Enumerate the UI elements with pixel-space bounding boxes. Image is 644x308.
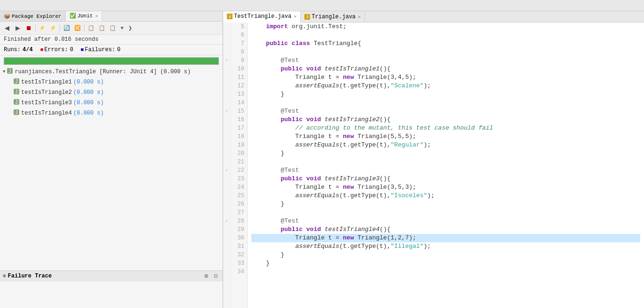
- tab-pe-label: Package Explorer: [12, 14, 62, 19]
- g8: [223, 48, 230, 56]
- g12: [223, 82, 230, 90]
- g13: [223, 90, 230, 99]
- code-line-6: [251, 31, 640, 39]
- copy-button1[interactable]: 📋: [86, 23, 96, 33]
- ft-button1[interactable]: ⊞: [202, 272, 210, 280]
- failures-value: 0: [117, 46, 120, 53]
- junit-icon: ✅: [70, 13, 76, 19]
- code-line-34: [251, 268, 640, 276]
- code-line-11: Triangle t = new Triangle(3,4,5);: [251, 73, 640, 82]
- history-button1[interactable]: ⚡: [37, 23, 47, 33]
- code-line-13: }: [251, 90, 640, 99]
- g34: [223, 268, 230, 276]
- tt-file-icon: J: [227, 14, 233, 19]
- runs-label: Runs:: [4, 46, 21, 53]
- g29: [223, 225, 230, 234]
- g5: [223, 23, 230, 31]
- left-panel: 📦 Package Explorer ✅ JUnit ✕ ◀ ▶ ⏹ ⚡ ⚡ 🔄: [0, 11, 223, 308]
- code-line-23: public void testIsTriangle3(){: [251, 175, 640, 183]
- code-line-33: }: [251, 259, 640, 268]
- test-tree[interactable]: ▼ J ruanjiances.TestTriangle [Runner: JU…: [0, 67, 223, 270]
- copy-button3[interactable]: 📋: [108, 23, 118, 33]
- code-line-31: assertEquals(t.getType(t),"Illegal");: [251, 242, 640, 251]
- tab-triangle[interactable]: J Triangle.java ✕: [301, 11, 365, 22]
- code-line-5: import org.junit.Test;: [251, 23, 640, 31]
- g31: [223, 242, 230, 251]
- code-line-7: public class TestTriangle{: [251, 39, 640, 48]
- close-t-icon[interactable]: ✕: [358, 14, 361, 20]
- failures-label: Failures:: [85, 46, 115, 53]
- status-bar: Finished after 0.016 seconds: [0, 35, 223, 45]
- code-line-8: [251, 48, 640, 56]
- rerun-failed-button[interactable]: ▶: [13, 23, 23, 33]
- failure-trace-label: Failure Trace: [8, 273, 52, 279]
- close-tt-icon[interactable]: ✕: [294, 14, 296, 19]
- g33: [223, 259, 230, 268]
- g6: [223, 31, 230, 39]
- t-file-icon: J: [304, 14, 310, 20]
- tab-package-explorer[interactable]: 📦 Package Explorer: [0, 11, 66, 21]
- tab-junit-label: JUnit: [78, 13, 93, 19]
- code-line-29: public void testIsTriangle4(){: [251, 225, 640, 234]
- main-container: 📦 Package Explorer ✅ JUnit ✕ ◀ ▶ ⏹ ⚡ ⚡ 🔄: [0, 0, 644, 308]
- child1-icon: J: [13, 78, 20, 86]
- code-line-16: public void testIsTriangle2(){: [251, 116, 640, 124]
- expand-button[interactable]: ❯: [126, 23, 134, 33]
- code-area[interactable]: ○ ○ ○: [223, 23, 644, 308]
- close-tab-icon[interactable]: ✕: [95, 13, 98, 19]
- tab-junit[interactable]: ✅ JUnit ✕: [66, 11, 102, 21]
- filter-button[interactable]: 🔄: [62, 23, 72, 33]
- child2-icon: J: [13, 88, 20, 97]
- tree-root[interactable]: ▼ J ruanjiances.TestTriangle [Runner: JU…: [0, 67, 223, 77]
- g18: [223, 132, 230, 141]
- sep1: [35, 24, 36, 32]
- dropdown-button[interactable]: ▼: [118, 23, 126, 33]
- code-line-27: [251, 208, 640, 217]
- code-line-15: @Test: [251, 107, 640, 116]
- g21: [223, 158, 230, 166]
- g24: [223, 183, 230, 192]
- g30: [223, 234, 230, 242]
- g23: [223, 175, 230, 183]
- ft-button2[interactable]: ⊡: [211, 272, 220, 280]
- code-line-17: // according to the mutant, this test ca…: [251, 124, 640, 132]
- rerun-button[interactable]: ◀: [2, 23, 12, 33]
- stop-button[interactable]: ⏹: [23, 23, 34, 33]
- g11: [223, 73, 230, 82]
- tree-child-1[interactable]: J testIsTriangle1 (0.000 s): [0, 77, 223, 87]
- progress-container: [4, 57, 219, 65]
- code-line-32: }: [251, 251, 640, 259]
- g15: ○: [223, 107, 230, 116]
- svg-text:J: J: [15, 89, 18, 94]
- g25: [223, 192, 230, 200]
- failure-trace-title: ≡ Failure Trace: [3, 273, 52, 279]
- g10: [223, 65, 230, 73]
- svg-text:J: J: [15, 110, 18, 115]
- svg-text:J: J: [15, 79, 18, 84]
- code-line-10: public void testIsTriangle1(){: [251, 65, 640, 73]
- stats-row: Runs: 4/4 ■ Errors: 0 ■ Failures: 0: [0, 45, 223, 55]
- child1-label: testIsTriangle1: [21, 79, 72, 85]
- child1-time: (0.000 s): [73, 79, 104, 85]
- g17: [223, 124, 230, 132]
- error-icon: ■: [40, 47, 44, 53]
- failure-trace-content: [0, 281, 223, 285]
- code-content[interactable]: import org.junit.Test; public class Test…: [248, 23, 644, 308]
- code-line-14: [251, 99, 640, 107]
- list-icon: ≡: [3, 273, 6, 279]
- g27: [223, 208, 230, 217]
- copy-button2[interactable]: 📋: [97, 23, 107, 33]
- editor-tabs: J TestTriangle.java ✕ J Triangle.java ✕: [223, 11, 644, 23]
- code-line-9: @Test: [251, 56, 640, 65]
- failure-trace-header: ≡ Failure Trace ⊞ ⊡: [0, 271, 223, 281]
- tab-test-triangle[interactable]: J TestTriangle.java ✕: [223, 11, 301, 23]
- tree-root-expand[interactable]: ▼: [3, 69, 5, 74]
- code-line-19: assertEquals(t.getType(t),"Regular");: [251, 141, 640, 149]
- tree-child-2[interactable]: J testIsTriangle2 (0.000 s): [0, 87, 223, 98]
- code-line-28: @Test: [251, 217, 640, 225]
- tree-child-4[interactable]: J testIsTriangle4 (0.000 s): [0, 108, 223, 118]
- history-button2[interactable]: ⚡: [48, 23, 58, 33]
- tree-child-3[interactable]: J testIsTriangle3 (0.000 s): [0, 98, 223, 108]
- layout-button[interactable]: 🔀: [72, 23, 83, 33]
- child4-icon: J: [13, 109, 20, 117]
